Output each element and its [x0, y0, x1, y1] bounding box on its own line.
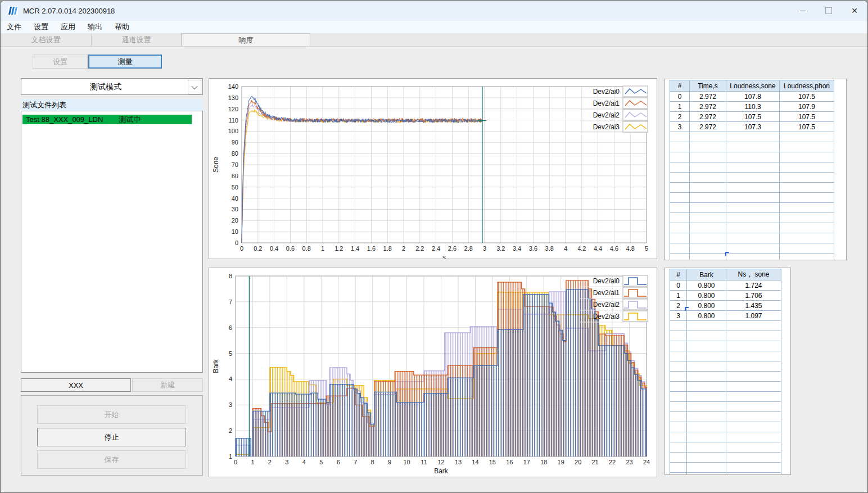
combo-arrow-button[interactable]	[188, 80, 201, 94]
table-cell[interactable]	[726, 203, 780, 213]
table-row[interactable]	[670, 351, 781, 361]
table-cell[interactable]: 2.972	[690, 122, 726, 132]
table-row[interactable]	[670, 223, 834, 233]
table-row[interactable]	[670, 473, 781, 476]
table-cell[interactable]	[780, 193, 834, 203]
table-cell[interactable]	[687, 382, 726, 392]
table-row[interactable]: 30.8001.097	[670, 311, 781, 321]
table-cell[interactable]	[670, 402, 687, 412]
table-cell[interactable]	[726, 331, 781, 341]
table-cell[interactable]	[726, 382, 781, 392]
table-cell[interactable]	[780, 203, 834, 213]
table-cell[interactable]	[670, 372, 687, 382]
table-cell[interactable]	[670, 463, 687, 473]
table-cell[interactable]	[726, 142, 780, 152]
table-cell[interactable]	[726, 432, 781, 442]
table-cell[interactable]	[670, 442, 687, 453]
table-row[interactable]: 32.972107.3107.5	[670, 122, 834, 132]
table-cell[interactable]	[687, 331, 726, 341]
table-row[interactable]	[670, 392, 781, 402]
table-cell[interactable]	[726, 173, 780, 183]
table-cell[interactable]	[687, 453, 726, 463]
table-cell[interactable]	[780, 142, 834, 152]
table-row[interactable]: 02.972107.8107.5	[670, 92, 834, 102]
start-button[interactable]: 开始	[37, 405, 186, 424]
table-cell[interactable]	[670, 321, 687, 331]
table-cell[interactable]: 107.5	[780, 92, 834, 102]
table-cell[interactable]	[687, 372, 726, 382]
table-cell[interactable]	[726, 233, 780, 243]
table-cell[interactable]	[687, 351, 726, 361]
table-cell[interactable]: 0.800	[687, 301, 726, 311]
table-cell[interactable]: 107.9	[780, 102, 834, 112]
menu-item-output[interactable]: 输出	[82, 21, 108, 33]
table-cell[interactable]: 2.972	[690, 102, 726, 112]
table-cell[interactable]: 0.800	[687, 311, 726, 321]
table-cell[interactable]	[690, 243, 726, 254]
table-cell[interactable]	[726, 321, 781, 331]
table-cell[interactable]	[687, 402, 726, 412]
table-cell[interactable]	[690, 132, 726, 142]
save-button[interactable]: 保存	[37, 450, 186, 469]
table-cell[interactable]	[726, 351, 781, 361]
table-row[interactable]	[670, 203, 834, 213]
table-cell[interactable]	[690, 183, 726, 193]
table-row[interactable]	[670, 213, 834, 223]
table-cell[interactable]	[690, 193, 726, 203]
table-cell[interactable]: 107.5	[780, 112, 834, 122]
table-cell[interactable]	[670, 203, 690, 213]
table-row[interactable]	[670, 321, 781, 331]
table-cell[interactable]	[690, 142, 726, 152]
tab-channel-settings[interactable]: 通道设置	[92, 33, 182, 46]
table-cell[interactable]	[726, 402, 781, 412]
table-row[interactable]	[670, 402, 781, 412]
table-cell[interactable]: 1.435	[726, 301, 781, 311]
table-cell[interactable]	[687, 473, 726, 476]
table-cell[interactable]	[780, 233, 834, 243]
table-cell[interactable]	[670, 233, 690, 243]
table-cell[interactable]: 1.706	[726, 291, 781, 301]
table-row[interactable]	[670, 162, 834, 173]
table-cell[interactable]	[690, 254, 726, 261]
table-row[interactable]	[670, 382, 781, 392]
table-cell[interactable]	[670, 243, 690, 254]
table-cell[interactable]: 1	[670, 291, 687, 301]
table-row[interactable]	[670, 183, 834, 193]
table-row[interactable]: 22.972107.5107.5	[670, 112, 834, 122]
table-cell[interactable]	[687, 361, 726, 372]
table-cell[interactable]	[670, 392, 687, 402]
table-cell[interactable]: 110.3	[726, 102, 780, 112]
table-cell[interactable]	[690, 173, 726, 183]
table-cell[interactable]: 0.800	[687, 281, 726, 291]
table-cell[interactable]	[780, 152, 834, 162]
table-cell[interactable]	[670, 223, 690, 233]
table-cell[interactable]	[780, 223, 834, 233]
table-cell[interactable]	[726, 341, 781, 351]
menu-item-settings[interactable]: 设置	[28, 21, 55, 33]
table-cell[interactable]	[670, 213, 690, 223]
xxx-button[interactable]: XXX	[21, 378, 131, 392]
table-cell[interactable]	[726, 162, 780, 173]
new-button[interactable]: 新建	[132, 378, 203, 392]
table-cell[interactable]	[780, 254, 834, 261]
table-cell[interactable]: 107.3	[726, 122, 780, 132]
table-cell[interactable]	[670, 432, 687, 442]
table-cell[interactable]	[726, 183, 780, 193]
table-cell[interactable]	[687, 392, 726, 402]
table-cell[interactable]	[726, 254, 780, 261]
table-row[interactable]	[670, 254, 834, 261]
table-cell[interactable]: 1.097	[726, 311, 781, 321]
table-cell[interactable]	[670, 152, 690, 162]
table-cell[interactable]	[670, 361, 687, 372]
table-cell[interactable]	[726, 223, 780, 233]
table-cell[interactable]	[670, 183, 690, 193]
table-cell[interactable]: 2.972	[690, 92, 726, 102]
table-cell[interactable]	[726, 392, 781, 402]
table-row[interactable]	[670, 361, 781, 372]
menu-item-file[interactable]: 文件	[1, 21, 28, 33]
table-row[interactable]	[670, 463, 781, 473]
table-cell[interactable]	[670, 351, 687, 361]
table-cell[interactable]	[687, 422, 726, 432]
table-row[interactable]	[670, 412, 781, 422]
table-cell[interactable]	[780, 162, 834, 173]
